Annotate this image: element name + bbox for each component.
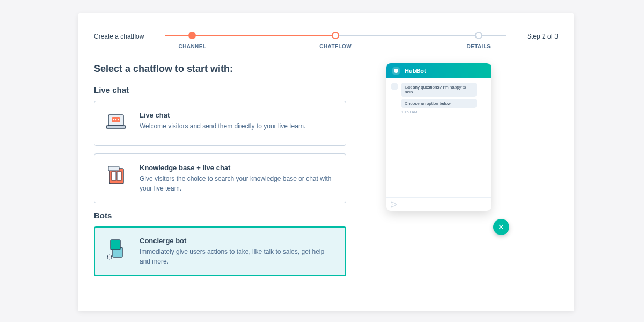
- option-desc: Immediately give users actions to take, …: [140, 247, 335, 266]
- concierge-bot-icon: [105, 237, 130, 261]
- chat-close-button[interactable]: ✕: [493, 219, 509, 235]
- option-title: Knowledge base + live chat: [140, 164, 335, 172]
- page-title: Select a chatflow to start with:: [94, 63, 346, 75]
- chat-bubble: Got any questions? I'm happy to help.: [401, 83, 477, 97]
- step-chatflow[interactable]: CHATFLOW: [309, 32, 362, 49]
- chat-bubble: Choose an option below.: [401, 99, 477, 108]
- step-label: CHANNEL: [179, 43, 207, 49]
- content: Select a chatflow to start with: Live ch…: [94, 63, 558, 284]
- option-desc: Give visitors the choice to search your …: [140, 174, 335, 193]
- bubble-col: Got any questions? I'm happy to help. Ch…: [401, 83, 477, 108]
- svg-rect-8: [117, 172, 121, 180]
- step-channel[interactable]: CHANNEL: [165, 32, 219, 49]
- step-track: CHANNEL CHATFLOW DETAILS: [165, 32, 506, 49]
- preview-column: HubBot Got any questions? I'm happy to h…: [368, 63, 513, 284]
- option-desc: Welcome visitors and send them directly …: [140, 121, 305, 131]
- send-icon: [391, 201, 397, 208]
- section-label-live-chat: Live chat: [94, 85, 346, 94]
- step-details[interactable]: DETAILS: [452, 32, 506, 49]
- knowledge-base-icon: [105, 164, 130, 188]
- option-title: Live chat: [140, 111, 305, 119]
- svg-rect-1: [106, 126, 126, 128]
- close-icon: ✕: [498, 223, 504, 231]
- chat-input-row: [386, 197, 491, 211]
- option-text: Concierge bot Immediately give users act…: [140, 237, 335, 266]
- section-label-bots: Bots: [94, 211, 346, 220]
- laptop-chat-icon: [105, 111, 130, 136]
- svg-rect-7: [112, 172, 116, 180]
- option-concierge-bot[interactable]: Concierge bot Immediately give users act…: [94, 226, 346, 276]
- step-dot-icon: [188, 32, 196, 39]
- step-label: CHATFLOW: [319, 43, 352, 49]
- option-live-chat[interactable]: Live chat Welcome visitors and send them…: [94, 101, 346, 146]
- step-label: DETAILS: [467, 43, 491, 49]
- step-indicator: Step 2 of 3: [527, 33, 558, 40]
- chat-row: Got any questions? I'm happy to help. Ch…: [391, 83, 487, 108]
- options-column: Select a chatflow to start with: Live ch…: [94, 63, 346, 284]
- svg-point-3: [113, 119, 114, 120]
- svg-point-5: [118, 119, 119, 120]
- svg-rect-11: [111, 240, 120, 250]
- option-text: Live chat Welcome visitors and send them…: [140, 111, 305, 136]
- step-dot-icon: [332, 32, 339, 39]
- chat-timestamp: 10:53 AM: [401, 110, 487, 114]
- chat-header: HubBot: [386, 63, 491, 78]
- stepper: CHANNEL CHATFLOW DETAILS: [165, 32, 506, 49]
- page-card: Create a chatflow CHANNEL CHATFLOW DETAI…: [78, 13, 574, 311]
- chat-avatar-icon: [391, 83, 398, 90]
- bot-avatar-icon: [392, 67, 400, 75]
- svg-point-12: [107, 255, 112, 259]
- svg-point-4: [115, 119, 116, 120]
- top-row: Create a chatflow CHANNEL CHATFLOW DETAI…: [94, 32, 558, 49]
- bot-name: HubBot: [405, 68, 426, 74]
- option-text: Knowledge base + live chat Give visitors…: [140, 164, 335, 193]
- svg-point-13: [394, 69, 398, 73]
- step-dot-icon: [475, 32, 482, 39]
- breadcrumb: Create a chatflow: [94, 33, 144, 40]
- chat-widget-preview: HubBot Got any questions? I'm happy to h…: [386, 63, 491, 211]
- svg-rect-9: [108, 166, 119, 171]
- chat-body: Got any questions? I'm happy to help. Ch…: [386, 78, 491, 197]
- option-knowledge-base[interactable]: Knowledge base + live chat Give visitors…: [94, 153, 346, 203]
- option-title: Concierge bot: [140, 237, 335, 245]
